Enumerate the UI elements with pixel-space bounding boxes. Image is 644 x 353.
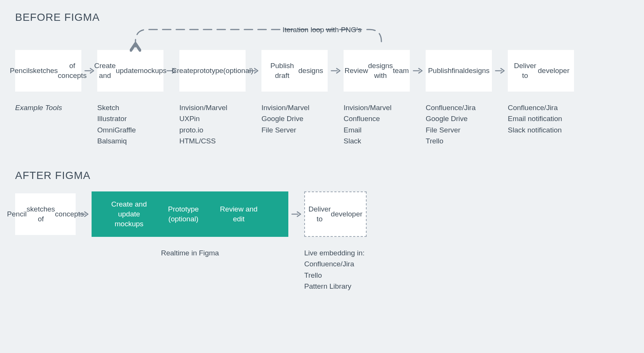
before-step-3: Publish draftdesigns: [261, 50, 328, 92]
before-step-2: Createprototype(optional): [179, 50, 246, 92]
after-figma-group: Create andupdatemockupsPrototype(optiona…: [92, 191, 288, 237]
before-tools-1: SketchIllustratorOmniGraffleBalsamiq: [97, 102, 163, 147]
after-figma-step-0: Create andupdatemockups: [101, 199, 157, 229]
after-deliver-tools: Live embedding in:Confluence/JiraTrelloP…: [304, 247, 389, 292]
arrow-icon: [492, 67, 508, 75]
after-flow: Pencilsketches ofconcepts Create andupda…: [15, 191, 629, 237]
before-flow: Iteration loop with PNG's Pencilsketches…: [15, 50, 629, 147]
after-figma-step-1: Prototype(optional): [157, 204, 209, 224]
after-heading: AFTER FIGMA: [15, 170, 629, 182]
example-tools-label: Example Tools: [15, 102, 81, 147]
before-step-4: Reviewdesigns withteam: [344, 50, 410, 92]
spacer: [15, 247, 76, 292]
before-heading: BEFORE FIGMA: [15, 11, 629, 23]
spacer: [76, 247, 92, 292]
after-step-sketches: Pencilsketches ofconcepts: [15, 193, 76, 235]
before-step-0: Pencilsketchesof concepts: [15, 50, 81, 92]
arrow-icon: [410, 67, 426, 75]
after-tools: Realtime in FigmaLive embedding in:Confl…: [15, 247, 629, 292]
arrow-icon: [246, 67, 261, 75]
before-tools-3: Invision/MarvelGoogle DriveFile Server: [261, 102, 328, 147]
before-step-6: Deliver todeveloper: [508, 50, 574, 92]
after-figma-step-2: Review andedit: [209, 204, 268, 224]
arrow-icon: [76, 210, 92, 218]
spacer: [288, 247, 304, 292]
after-step-deliver: Deliver todeveloper: [304, 191, 367, 237]
arrow-icon: [328, 67, 344, 75]
before-step-5: Publishfinaldesigns: [426, 50, 492, 92]
iteration-loop-arrow: [15, 23, 628, 54]
after-figma-caption: Realtime in Figma: [92, 247, 288, 292]
before-tools-2: Invision/MarvelUXPinproto.ioHTML/CSS: [179, 102, 246, 147]
before-tools-4: Invision/MarvelConfluenceEmailSlack: [344, 102, 410, 147]
arrow-icon: [288, 210, 304, 218]
before-tools-5: Confluence/JiraGoogle DriveFile ServerTr…: [426, 102, 492, 147]
iteration-loop-label: Iteration loop with PNG's: [15, 26, 629, 34]
before-tools-6: Confluence/JiraEmail notificationSlack n…: [508, 102, 574, 147]
before-step-1: Create andupdatemockups: [97, 50, 163, 92]
